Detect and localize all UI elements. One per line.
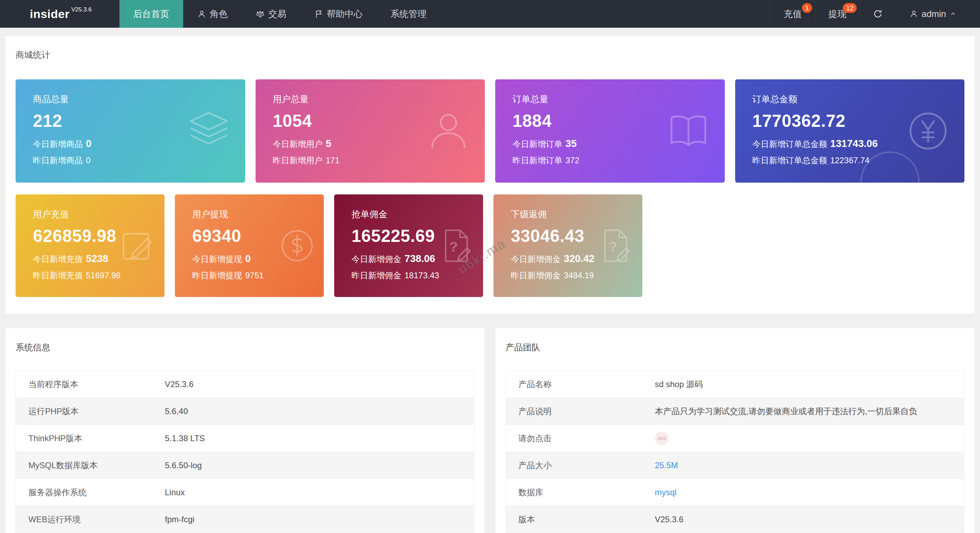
today-label: 今日新增充值: [33, 254, 83, 265]
table-row: 服务器操作系统 Linux: [16, 479, 474, 506]
logo-version: V25.3.6: [72, 6, 92, 13]
recharge-badge: 1: [802, 3, 812, 13]
user-icon: [197, 10, 207, 19]
today-label: 今日新增用户: [273, 139, 323, 150]
today-value: 0: [245, 253, 251, 265]
flag-icon: [314, 10, 323, 19]
product-size-link[interactable]: 25.5M: [655, 461, 678, 470]
stat-card-orders: 订单总量 1884 今日新增订单35 昨日新增订单372: [495, 79, 725, 183]
today-label: 今日新增订单: [512, 139, 562, 150]
row-value: sd shop 源码: [655, 379, 964, 390]
row-label: ThinkPHP版本: [16, 433, 165, 444]
nav-item-label: 后台首页: [133, 8, 169, 20]
user-menu[interactable]: admin: [896, 0, 970, 28]
row-label: 运行PHP版本: [16, 406, 165, 417]
yesterday-label: 昨日新增提现: [192, 270, 242, 281]
stat-card-order-amount: 订单总金额 1770362.72 今日新增订单总金额131743.06 昨日新增…: [735, 79, 965, 183]
nav-item-label: 交易: [268, 8, 286, 20]
row-value: 5.6.50-log: [165, 461, 474, 470]
yesterday-value: 122367.74: [830, 156, 870, 165]
stat-card-title: 商品总量: [33, 93, 245, 105]
nav-item-help-center[interactable]: 帮助中心: [300, 0, 377, 28]
yesterday-value: 0: [86, 156, 91, 165]
yesterday-value: 372: [565, 156, 579, 165]
table-row: 产品说明 本产品只为学习测试交流,请勿要做商业或者用于违法行为,一切后果自负: [506, 398, 964, 425]
stat-card-grab-commission: 抢单佣金 165225.69 今日新增佣金738.06 昨日新增佣金18173.…: [334, 195, 483, 297]
table-row: WEB运行环境 fpm-fcgi: [16, 506, 474, 533]
stat-card-title: 订单总金额: [752, 93, 965, 105]
stat-card-products: 商品总量 212 今日新增商品0 昨日新增商品0: [16, 79, 245, 183]
product-team-panel: 产品团队 产品名称 sd shop 源码 产品说明 本产品只为学习测试交流,请勿…: [495, 328, 975, 533]
table-row: ThinkPHP版本 5.1.38 LTS: [16, 425, 474, 452]
row-label: 服务器操作系统: [16, 487, 165, 498]
stat-card-title: 用户充值: [33, 208, 164, 220]
yesterday-value: 18173.43: [404, 271, 439, 280]
today-label: 今日新增佣金: [511, 254, 561, 265]
yesterday-value: 9751: [245, 271, 264, 280]
yesterday-label: 昨日新增订单总金额: [752, 155, 827, 166]
stat-card-title: 抢单佣金: [352, 208, 483, 220]
withdraw-button[interactable]: 提现 12: [815, 0, 859, 28]
withdraw-badge: 12: [843, 3, 857, 13]
row-label: 产品大小: [506, 460, 655, 471]
table-row: 产品大小 25.5M: [506, 452, 964, 479]
stat-card-value: 165225.69: [352, 226, 483, 246]
top-navbar: insider V25.3.6 后台首页 角色 交易 帮助中心 系统管理 充值 …: [0, 0, 980, 28]
stat-card-user-withdraw: 用户提现 69340 今日新增提现0 昨日新增提现9751: [175, 195, 324, 297]
panel-title: 商城统计: [16, 49, 964, 60]
table-row: 当前程序版本 V25.3.6: [16, 371, 474, 398]
logo[interactable]: insider V25.3.6: [30, 0, 92, 28]
table-row: 版本 V25.3.6: [506, 506, 964, 533]
table-row: 产品名称 sd shop 源码: [506, 371, 964, 398]
nav-item-label: 帮助中心: [327, 8, 363, 20]
stat-card-title: 用户总量: [273, 93, 485, 105]
row-label: 请勿点击: [506, 433, 655, 444]
table-row: MySQL数据库版本 5.6.50-log: [16, 452, 474, 479]
row-label: 产品说明: [506, 406, 655, 417]
mall-stats-panel: 商城统计 商品总量 212 今日新增商品0 昨日新增商品0 用户总量 1054 …: [5, 35, 975, 314]
refresh-icon: [873, 9, 883, 19]
stat-card-value: 33046.43: [511, 226, 643, 246]
row-value: 5.1.38 LTS: [165, 434, 474, 443]
row-value: V25.3.6: [655, 515, 964, 524]
table-row: 请勿点击 404: [506, 425, 964, 452]
recharge-button[interactable]: 充值 1: [770, 0, 815, 28]
table-row: 运行PHP版本 5.6.40: [16, 398, 474, 425]
404-icon[interactable]: 404: [655, 431, 669, 445]
yesterday-value: 171: [326, 156, 340, 165]
row-label: MySQL数据库版本: [16, 460, 165, 471]
row-value: mysql: [655, 488, 964, 497]
row-label: WEB运行环境: [16, 514, 165, 525]
row-value: V25.3.6: [165, 380, 474, 389]
panel-title: 系统信息: [16, 342, 474, 353]
stats-row-2: 用户充值 626859.98 今日新增充值5238 昨日新增充值51697.98…: [16, 195, 964, 297]
nav-item-system-manage[interactable]: 系统管理: [377, 0, 441, 28]
refresh-button[interactable]: [859, 0, 896, 28]
today-value: 5238: [86, 253, 108, 265]
nav-item-roles[interactable]: 角色: [183, 0, 242, 28]
stat-card-title: 用户提现: [192, 208, 324, 220]
stat-card-value: 1770362.72: [752, 111, 965, 131]
stat-card-title: 订单总量: [512, 93, 725, 105]
today-value: 0: [86, 138, 91, 149]
system-info-panel: 系统信息 当前程序版本 V25.3.6 运行PHP版本 5.6.40 Think…: [5, 328, 485, 533]
database-link[interactable]: mysql: [655, 488, 677, 497]
stat-card-value: 69340: [192, 226, 324, 246]
yesterday-label: 昨日新增商品: [33, 155, 83, 166]
stat-card-user-recharge: 用户充值 626859.98 今日新增充值5238 昨日新增充值51697.98: [16, 195, 164, 297]
nav-item-trade[interactable]: 交易: [242, 0, 300, 28]
stat-card-value: 626859.98: [33, 226, 164, 246]
today-label: 今日新增佣金: [352, 254, 401, 265]
yesterday-value: 51697.98: [86, 271, 121, 280]
today-label: 今日新增提现: [192, 254, 242, 265]
panel-title: 产品团队: [506, 342, 964, 353]
row-value: 5.6.40: [165, 407, 474, 416]
stats-row-1: 商品总量 212 今日新增商品0 昨日新增商品0 用户总量 1054 今日新增用…: [16, 79, 964, 183]
yesterday-label: 昨日新增佣金: [511, 270, 561, 281]
stat-card-value: 1884: [512, 111, 725, 131]
nav-item-home[interactable]: 后台首页: [119, 0, 183, 28]
yesterday-label: 昨日新增订单: [512, 155, 562, 166]
today-value: 35: [565, 138, 577, 149]
stat-card-value: 1054: [273, 111, 485, 131]
today-value: 320.42: [564, 253, 595, 265]
